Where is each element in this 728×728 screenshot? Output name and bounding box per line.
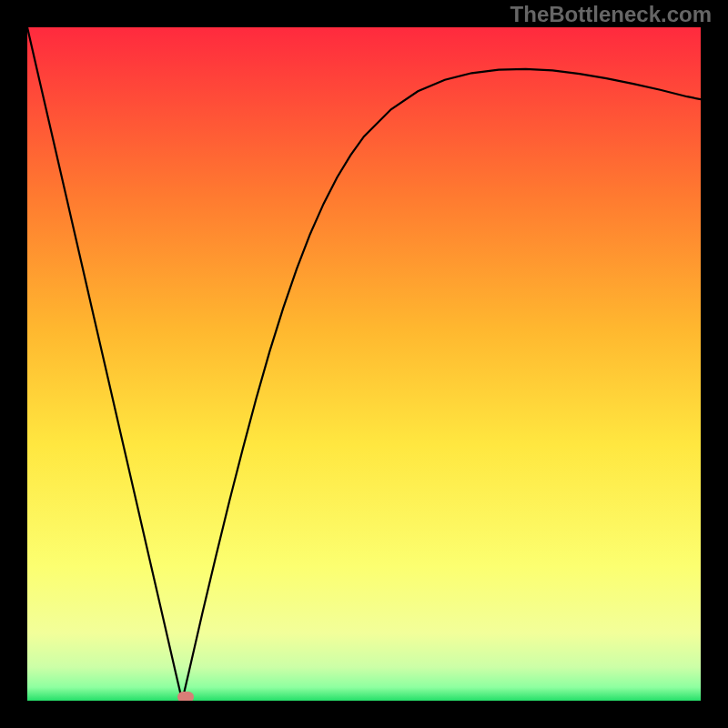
minimum-marker: [177, 692, 194, 701]
chart-frame: TheBottleneck.com: [0, 0, 728, 728]
bottleneck-curve: [27, 27, 701, 701]
plot-area: [27, 27, 701, 701]
attribution-text: TheBottleneck.com: [511, 2, 712, 27]
